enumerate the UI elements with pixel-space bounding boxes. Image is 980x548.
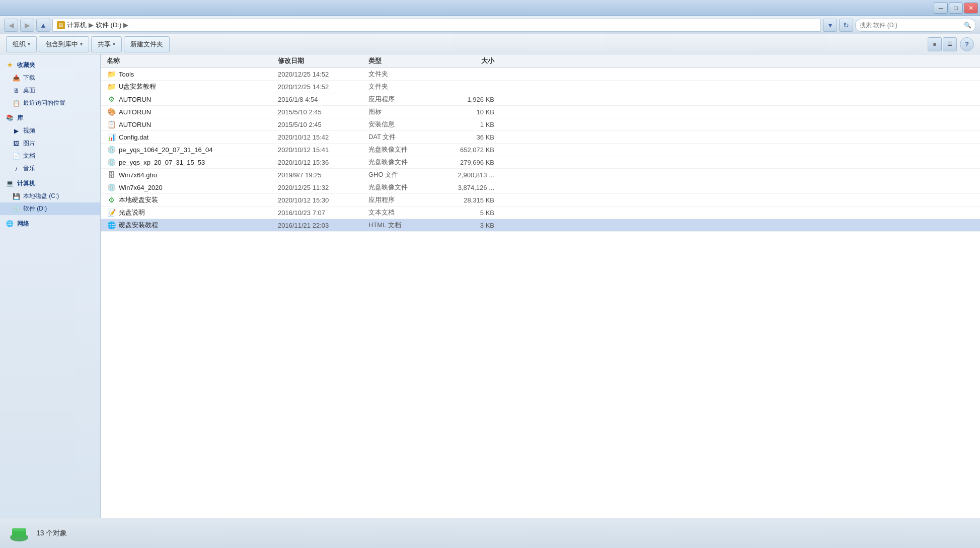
recent-icon: 📋 bbox=[12, 99, 20, 107]
col-date-header[interactable]: 修改日期 bbox=[278, 56, 368, 65]
sidebar-item-c-drive[interactable]: 💾 本地磁盘 (C:) bbox=[0, 190, 100, 202]
sidebar-label-music: 音乐 bbox=[23, 164, 35, 173]
table-row[interactable]: 🌐 硬盘安装教程 2016/11/21 22:03 HTML 文档 3 KB bbox=[101, 219, 980, 232]
organize-button[interactable]: 组织 ▾ bbox=[6, 36, 37, 52]
view-detail-button[interactable]: ☰ bbox=[943, 37, 957, 51]
file-size: 279,696 KB bbox=[429, 159, 494, 166]
col-type-header[interactable]: 类型 bbox=[368, 56, 429, 65]
back-button[interactable]: ◀ bbox=[4, 19, 18, 32]
sidebar-item-music[interactable]: ♪ 音乐 bbox=[0, 162, 100, 175]
file-size: 3 KB bbox=[429, 222, 494, 229]
file-icon: 📁 bbox=[107, 70, 116, 79]
table-row[interactable]: ⚙ AUTORUN 2016/1/8 4:54 应用程序 1,926 KB bbox=[101, 93, 980, 106]
sidebar-label-favorites: 收藏夹 bbox=[17, 61, 35, 70]
file-name-text: U盘安装教程 bbox=[119, 82, 156, 91]
table-row[interactable]: 📋 AUTORUN 2015/5/10 2:45 安装信息 1 KB bbox=[101, 118, 980, 131]
sidebar-item-desktop[interactable]: 🖥 桌面 bbox=[0, 84, 100, 97]
search-input[interactable] bbox=[860, 22, 962, 29]
dropdown-button[interactable]: ▾ bbox=[823, 19, 837, 32]
video-icon: ▶ bbox=[12, 127, 20, 135]
file-type: GHO 文件 bbox=[368, 170, 429, 179]
table-row[interactable]: ⚙ 本地硬盘安装 2020/10/12 15:30 应用程序 28,315 KB bbox=[101, 194, 980, 207]
file-date: 2020/12/25 11:32 bbox=[278, 184, 368, 191]
col-name-header[interactable]: 名称 bbox=[107, 56, 278, 65]
sidebar-item-doc[interactable]: 📄 文档 bbox=[0, 150, 100, 162]
file-size: 36 KB bbox=[429, 133, 494, 141]
file-icon: 🌐 bbox=[107, 221, 116, 230]
minimize-button[interactable]: ─ bbox=[934, 3, 948, 14]
maximize-button[interactable]: □ bbox=[949, 3, 963, 14]
sidebar-header-library: 📚 库 bbox=[0, 111, 100, 124]
file-type: 文件夹 bbox=[368, 70, 429, 79]
d-drive-icon: 💿 bbox=[12, 205, 20, 213]
sidebar-section-favorites: ★ 收藏夹 📥 下载 🖥 桌面 📋 最近访问的位置 bbox=[0, 58, 100, 109]
file-name-text: 光盘说明 bbox=[119, 208, 145, 217]
help-button[interactable]: ? bbox=[960, 37, 974, 51]
search-bar[interactable]: 🔍 bbox=[855, 19, 976, 32]
sidebar-label-image: 图片 bbox=[23, 139, 35, 148]
forward-button[interactable]: ▶ bbox=[20, 19, 34, 32]
file-name-text: AUTORUN bbox=[119, 96, 151, 103]
table-row[interactable]: 💿 pe_yqs_xp_20_07_31_15_53 2020/10/12 15… bbox=[101, 156, 980, 169]
file-type: 文本文档 bbox=[368, 208, 429, 217]
breadcrumb-drive[interactable]: 软件 (D:) bbox=[96, 21, 121, 30]
table-row[interactable]: 💿 pe_yqs_1064_20_07_31_16_04 2020/10/12 … bbox=[101, 144, 980, 156]
file-date: 2015/5/10 2:45 bbox=[278, 121, 368, 128]
sidebar-section-library: 📚 库 ▶ 视频 🖼 图片 📄 文档 ♪ 音乐 bbox=[0, 111, 100, 175]
newfolder-button[interactable]: 新建文件夹 bbox=[124, 36, 170, 52]
file-icon: ⚙ bbox=[107, 195, 116, 204]
view-buttons: ≡ ☰ bbox=[928, 37, 957, 51]
library-icon: 📚 bbox=[5, 113, 14, 122]
file-date: 2020/10/12 15:36 bbox=[278, 159, 368, 166]
refresh-button[interactable]: ↻ bbox=[839, 19, 853, 32]
sidebar-label-library: 库 bbox=[17, 114, 23, 122]
computer-header-icon: 💻 bbox=[5, 179, 14, 188]
table-row[interactable]: 📊 Config.dat 2020/10/12 15:42 DAT 文件 36 … bbox=[101, 131, 980, 144]
table-row[interactable]: 🗄 Win7x64.gho 2019/9/7 19:25 GHO 文件 2,90… bbox=[101, 169, 980, 181]
sidebar-item-d-drive[interactable]: 💿 软件 (D:) bbox=[0, 202, 100, 215]
file-date: 2016/10/23 7:07 bbox=[278, 209, 368, 217]
sidebar-item-image[interactable]: 🖼 图片 bbox=[0, 137, 100, 150]
table-row[interactable]: 💿 Win7x64_2020 2020/12/25 11:32 光盘映像文件 3… bbox=[101, 181, 980, 194]
breadcrumb-computer[interactable]: 计算机 bbox=[67, 21, 87, 30]
sidebar-header-favorites: ★ 收藏夹 bbox=[0, 58, 100, 72]
file-size: 652,072 KB bbox=[429, 146, 494, 154]
table-row[interactable]: 📝 光盘说明 2016/10/23 7:07 文本文档 5 KB bbox=[101, 207, 980, 219]
sidebar-header-network: 🌐 网络 bbox=[0, 217, 100, 230]
sidebar-item-download[interactable]: 📥 下载 bbox=[0, 72, 100, 84]
file-icon: 📋 bbox=[107, 120, 116, 129]
file-type: HTML 文档 bbox=[368, 221, 429, 230]
sidebar-label-desktop: 桌面 bbox=[23, 86, 35, 95]
file-type: 安装信息 bbox=[368, 120, 429, 129]
sidebar-label-download: 下载 bbox=[23, 74, 35, 82]
view-list-button[interactable]: ≡ bbox=[928, 37, 942, 51]
file-size: 1 KB bbox=[429, 121, 494, 128]
toolbar: 组织 ▾ 包含到库中 ▾ 共享 ▾ 新建文件夹 ≡ ☰ ? bbox=[0, 34, 980, 54]
file-size: 5 KB bbox=[429, 209, 494, 217]
addressbar: ◀ ▶ ▲ ⊞ 计算机 ▶ 软件 (D:) ▶ ▾ ↻ 🔍 bbox=[0, 16, 980, 34]
sidebar-section-computer: 💻 计算机 💾 本地磁盘 (C:) 💿 软件 (D:) bbox=[0, 177, 100, 215]
statusbar-icon bbox=[8, 522, 30, 544]
music-icon: ♪ bbox=[12, 165, 20, 173]
sidebar: ★ 收藏夹 📥 下载 🖥 桌面 📋 最近访问的位置 📚 库 bbox=[0, 54, 101, 518]
table-row[interactable]: 🎨 AUTORUN 2015/5/10 2:45 图标 10 KB bbox=[101, 106, 980, 118]
table-row[interactable]: 📁 U盘安装教程 2020/12/25 14:52 文件夹 bbox=[101, 81, 980, 93]
table-row[interactable]: 📁 Tools 2020/12/25 14:52 文件夹 bbox=[101, 68, 980, 81]
close-button[interactable]: ✕ bbox=[964, 3, 978, 14]
c-drive-icon: 💾 bbox=[12, 192, 20, 200]
file-date: 2019/9/7 19:25 bbox=[278, 171, 368, 179]
col-size-header[interactable]: 大小 bbox=[429, 56, 494, 65]
sidebar-item-video[interactable]: ▶ 视频 bbox=[0, 124, 100, 137]
network-icon: 🌐 bbox=[5, 219, 14, 228]
up-button[interactable]: ▲ bbox=[36, 19, 50, 32]
file-type: 应用程序 bbox=[368, 95, 429, 104]
file-rows-container: 📁 Tools 2020/12/25 14:52 文件夹 📁 U盘安装教程 20… bbox=[101, 68, 980, 232]
file-name-text: 硬盘安装教程 bbox=[119, 221, 158, 230]
share-button[interactable]: 共享 ▾ bbox=[91, 36, 122, 52]
breadcrumb-bar[interactable]: ⊞ 计算机 ▶ 软件 (D:) ▶ bbox=[52, 19, 821, 32]
include-button[interactable]: 包含到库中 ▾ bbox=[39, 36, 89, 52]
sidebar-item-recent[interactable]: 📋 最近访问的位置 bbox=[0, 97, 100, 109]
file-date: 2020/10/12 15:42 bbox=[278, 133, 368, 141]
file-date: 2020/10/12 15:41 bbox=[278, 146, 368, 154]
file-name-text: AUTORUN bbox=[119, 108, 151, 116]
